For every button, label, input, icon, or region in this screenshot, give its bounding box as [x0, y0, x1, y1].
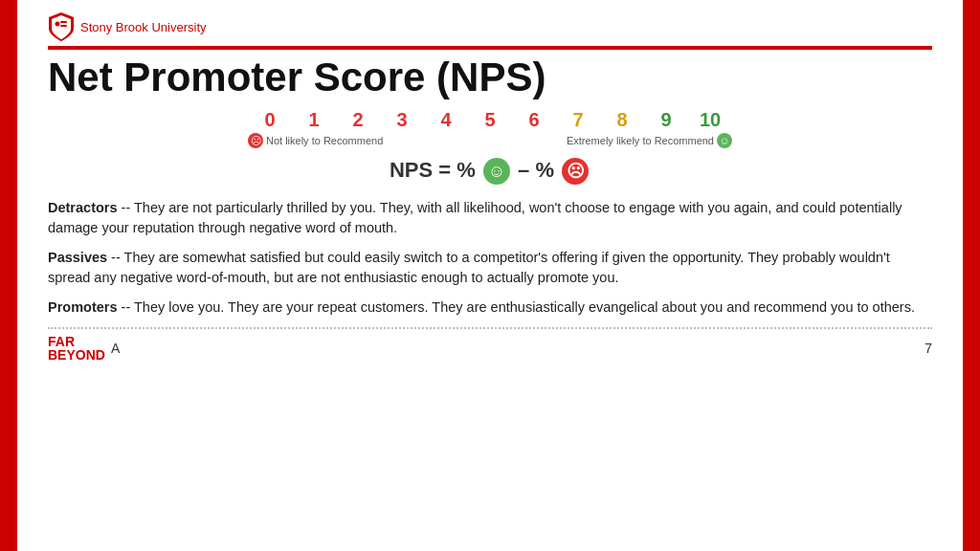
page-number: 7 — [924, 341, 932, 356]
detractors-term: Detractors — [48, 200, 118, 215]
detractors-para: Detractors -- They are not particularly … — [48, 198, 932, 238]
shield-icon — [48, 11, 75, 42]
beyond-text: BEYOND — [48, 348, 105, 362]
logo-container: Stony Brook University — [48, 11, 207, 42]
label-extremely-likely-text: Extremely likely to Recommend — [567, 135, 714, 146]
scale-num-2: 2 — [336, 109, 380, 131]
far-text: FAR — [48, 335, 105, 348]
promoters-para: Promoters -- They love you. They are you… — [48, 298, 932, 318]
page-title: Net Promoter Score (NPS) — [48, 55, 932, 99]
svg-rect-2 — [60, 25, 67, 27]
scale-num-8: 8 — [600, 109, 644, 131]
nps-scale: 0 1 2 3 4 5 6 7 8 9 10 ☹ Not likely to R… — [48, 109, 932, 148]
label-not-likely-text: Not likely to Recommend — [266, 135, 383, 146]
svg-rect-1 — [60, 21, 67, 23]
promoters-text: -- They love you. They are your repeat c… — [118, 299, 915, 315]
dotted-separator — [48, 327, 932, 329]
edge-right — [963, 0, 980, 551]
header: Stony Brook University — [48, 11, 932, 42]
passives-para: Passives -- They are somewhat satisfied … — [48, 248, 932, 288]
detractors-text: -- They are not particularly thrilled by… — [48, 200, 902, 235]
formula-text: NPS = % — [390, 158, 476, 182]
scale-numbers: 0 1 2 3 4 5 6 7 8 9 10 — [248, 109, 732, 131]
footer-brand-suffix: A — [111, 341, 120, 356]
label-not-likely: ☹ Not likely to Recommend — [248, 133, 383, 148]
promoters-term: Promoters — [48, 299, 118, 315]
passives-text: -- They are somewhat satisfied but could… — [48, 250, 890, 285]
scale-num-9: 9 — [644, 109, 688, 131]
footer: FAR BEYOND A 7 — [48, 335, 932, 362]
far-beyond-logo: FAR BEYOND — [48, 335, 105, 362]
scale-num-7: 7 — [556, 109, 600, 131]
university-name: Stony Brook University — [80, 20, 207, 34]
scale-num-3: 3 — [380, 109, 424, 131]
label-extremely-likely: Extremely likely to Recommend ☺ — [567, 133, 732, 148]
scale-num-5: 5 — [468, 109, 512, 131]
descriptions: Detractors -- They are not particularly … — [48, 198, 932, 318]
scale-num-1: 1 — [292, 109, 336, 131]
scale-labels: ☹ Not likely to Recommend Extremely like… — [248, 133, 732, 148]
sad-face-icon-formula: ☹ — [562, 158, 589, 185]
happy-face-icon-scale: ☺ — [717, 133, 732, 148]
passives-term: Passives — [48, 250, 107, 265]
nps-formula: NPS = % ☺ – % ☹ — [48, 158, 932, 185]
scale-num-4: 4 — [424, 109, 468, 131]
scale-num-0: 0 — [248, 109, 292, 131]
formula-minus: – % — [518, 158, 554, 182]
footer-brand: FAR BEYOND A — [48, 335, 120, 362]
scale-num-6: 6 — [512, 109, 556, 131]
sad-face-icon: ☹ — [248, 133, 263, 148]
edge-left — [0, 0, 17, 551]
scale-num-10: 10 — [688, 109, 732, 131]
red-bar — [48, 46, 932, 50]
slide-content: Stony Brook University Net Promoter Scor… — [17, 0, 963, 551]
happy-face-icon-formula: ☺ — [483, 158, 510, 185]
svg-point-0 — [56, 22, 60, 27]
